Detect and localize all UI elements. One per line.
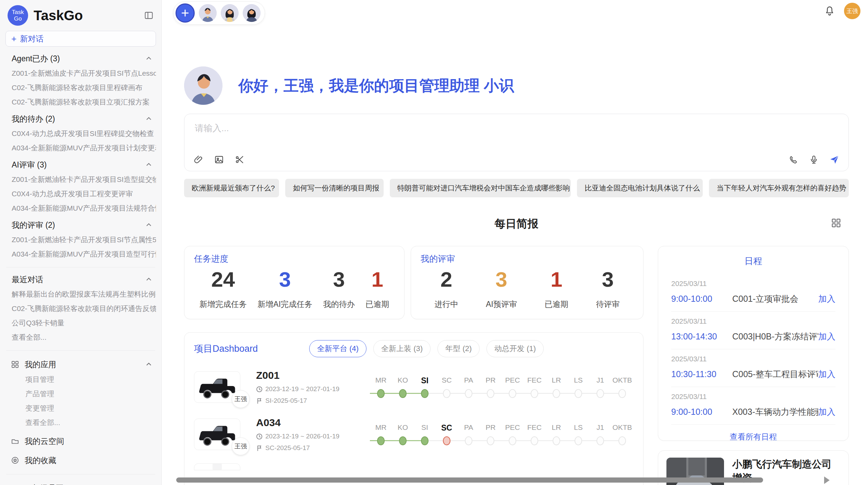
left-column: 任务进度 24新增完成任务3新增AI完成任务3我的待办1已逾期 我的评审 2进行… <box>184 246 643 485</box>
milestone: LS <box>567 423 589 445</box>
microphone-icon[interactable] <box>809 154 819 165</box>
milestone-label: SC <box>442 376 451 385</box>
milestone: OKTB <box>611 423 633 445</box>
project-image-partial <box>194 463 240 470</box>
layout-grid-icon[interactable] <box>831 218 841 228</box>
stat: 3我的待办 <box>323 267 355 310</box>
sidebar-item-cloud-space[interactable]: 我的云空间 <box>5 436 156 447</box>
image-icon[interactable] <box>214 154 224 165</box>
contact-avatar[interactable] <box>199 4 217 22</box>
plus-icon: + <box>11 34 16 43</box>
suggestion-chip[interactable]: 当下年轻人对汽车外观有怎样的喜好趋势 <box>709 179 849 197</box>
milestone-dot <box>575 436 582 445</box>
schedule-title: 日程 <box>671 255 835 267</box>
dashboard-tab[interactable]: 全新上装 (3) <box>373 340 431 357</box>
apps-grid-icon <box>11 360 19 369</box>
event-row: 10:30-11:30C005-整车工程目标评审加入 <box>671 369 835 380</box>
add-contact-button[interactable] <box>176 3 195 23</box>
sidebar-item[interactable]: C0X4-动力总成开发项目工程变更评审 <box>5 189 156 199</box>
milestone-dot <box>443 389 450 398</box>
sidebar-item[interactable]: C02-飞腾新能源轻客改款项目里程碑画布 <box>5 83 156 92</box>
sidebar-item[interactable]: A034-全新新能源MUV产品开发项目法规符合性评审 <box>5 203 156 213</box>
milestone-dot <box>377 389 385 398</box>
sidebar-section-header[interactable]: 我的评审 (2) <box>5 220 156 230</box>
sidebar-item[interactable]: 解释最新出台的欧盟报废车法规再生塑料比例被调至15%... <box>5 289 156 299</box>
attachment-icon[interactable] <box>193 154 204 165</box>
cloud-space-icon <box>11 437 19 445</box>
send-icon[interactable] <box>829 154 840 165</box>
contact-avatar[interactable] <box>243 4 261 22</box>
dashboard-tab[interactable]: 年型 (2) <box>437 340 480 357</box>
sidebar-item[interactable]: A034-全新新能源MUV产品开发项目造型可行性评审 <box>5 249 156 259</box>
milestone-track: MRKOSISCPAPRPECFECLRLSJ1OKTB <box>370 423 633 445</box>
project-row-a034[interactable]: 王强 A034 2023-12-19 ~ 2026-01-19 SC-2025-… <box>194 417 634 452</box>
sidebar-sections: Agent已办 (3)Z001-全新燃油皮卡产品开发项目SI节点Lesson L… <box>5 53 156 342</box>
sidebar-collapse-icon[interactable] <box>143 10 155 21</box>
sidebar-item[interactable]: C02-飞腾新能源轻客改款项目的闭环通告反馈情况 <box>5 304 156 313</box>
milestone: FEC <box>523 376 545 398</box>
sidebar-item[interactable]: 公司Q3轻卡销量 <box>5 318 156 328</box>
milestone: OKTB <box>611 376 633 398</box>
sidebar-item[interactable]: Z001-全新燃油轻卡产品开发项目SI节点属性5D文件评审 <box>5 235 156 245</box>
join-button[interactable]: 加入 <box>818 406 835 418</box>
stat-value: 3 <box>486 267 517 291</box>
phone-icon[interactable] <box>788 154 798 165</box>
milestone-dot <box>487 436 494 445</box>
milestone-label: FEC <box>527 376 542 385</box>
suggestion-chip[interactable]: 欧洲新规最近颁布了什么? <box>184 179 279 197</box>
schedule-event: 2025/03/119:00-10:00X003-车辆动力学性能验...加入 <box>671 387 835 425</box>
briefing-header: 每日简报 <box>184 216 849 231</box>
suggestion-chip[interactable]: 比亚迪全固态电池计划具体说了什么 <box>577 179 703 197</box>
suggestion-chips: 欧洲新规最近颁布了什么?如何写一份清晰的项目周报特朗普可能对进口汽车增税会对中国… <box>184 179 849 197</box>
sidebar-item-my-apps[interactable]: 我的应用 <box>5 359 156 370</box>
project-row-z001[interactable]: 王强 Z001 2023-12-19 ~ 2027-01-19 SI-2025-… <box>194 370 634 405</box>
sidebar-item-favorites[interactable]: 我的收藏 <box>5 455 156 466</box>
sidebar-item-product-mgmt[interactable]: 产品管理 <box>5 389 156 399</box>
dashboard-tab[interactable]: 全新平台 (4) <box>309 340 366 357</box>
sidebar-section-header[interactable]: AI评审 (3) <box>5 160 156 170</box>
stat-value: 3 <box>596 267 620 291</box>
chevron-up-icon <box>145 54 153 63</box>
event-row: 13:00-14:30C003|H0B-方案冻结评审加入 <box>671 331 835 342</box>
milestone: FEC <box>523 423 545 445</box>
stat-label: 新增完成任务 <box>200 299 247 310</box>
suggestion-chip[interactable]: 如何写一份清晰的项目周报 <box>285 179 383 197</box>
sidebar-item[interactable]: Z001-全新燃油轻卡产品开发项目SI造型提交物评审 <box>5 175 156 184</box>
sidebar-item[interactable]: Z001-全新燃油皮卡产品开发项目SI节点Lesson Learn报告 <box>5 69 156 78</box>
join-button[interactable]: 加入 <box>818 293 835 304</box>
stat: 3AI预评审 <box>486 267 517 310</box>
sidebar-item-view-all-apps[interactable]: 查看全部... <box>5 418 156 427</box>
sidebar-section-title: Agent已办 (3) <box>12 53 60 64</box>
sidebar-item-project-mgmt[interactable]: 项目管理 <box>5 375 156 384</box>
scroll-right-arrow[interactable] <box>824 476 830 484</box>
user-avatar[interactable]: 王强 <box>844 3 860 19</box>
stat-value: 3 <box>323 267 355 291</box>
join-button[interactable]: 加入 <box>818 331 835 342</box>
sidebar-item[interactable]: A034-全新新能源MUV产品开发项目计划变更表编写 <box>5 143 156 153</box>
contact-avatar[interactable] <box>221 4 239 22</box>
milestone-label: PA <box>464 423 473 432</box>
view-all-schedule-link[interactable]: 查看所有日程 <box>671 432 835 441</box>
event-name: C005-整车工程目标评审 <box>732 369 818 380</box>
sidebar-section-header[interactable]: 我的待办 (2) <box>5 114 156 124</box>
dashboard-tabs: 全新平台 (4)全新上装 (3)年型 (2)动总开发 (1) <box>309 340 544 357</box>
join-button[interactable]: 加入 <box>818 369 835 380</box>
logo-text-1: Task <box>12 9 24 15</box>
milestone: PEC <box>502 423 523 445</box>
chat-input[interactable] <box>184 114 848 147</box>
horizontal-scrollbar[interactable] <box>176 477 763 483</box>
sidebar-section-header[interactable]: 最近对话 <box>5 274 156 285</box>
sidebar-section-header[interactable]: Agent已办 (3) <box>5 53 156 64</box>
sidebar-item[interactable]: C02-飞腾新能源轻客改款项目立项汇报方案 <box>5 97 156 107</box>
new-chat-button[interactable]: + 新对话 <box>5 31 156 47</box>
sidebar-item-change-mgmt[interactable]: 变更管理 <box>5 403 156 413</box>
scissors-icon[interactable] <box>234 154 245 165</box>
sidebar-item-ai-employee[interactable]: AI超级员工 <box>5 483 156 485</box>
sidebar-item[interactable]: 查看全部... <box>5 333 156 342</box>
dashboard-tab[interactable]: 动总开发 (1) <box>486 340 544 357</box>
sidebar-item[interactable]: C0X4-动力总成开发项目SI里程碑提交物检查 <box>5 129 156 138</box>
composer-left-icons <box>193 154 245 165</box>
notification-bell-icon[interactable] <box>824 5 835 16</box>
milestone-label: FEC <box>527 423 542 432</box>
suggestion-chip[interactable]: 特朗普可能对进口汽车增税会对中国车企造成哪些影响 <box>390 179 571 197</box>
